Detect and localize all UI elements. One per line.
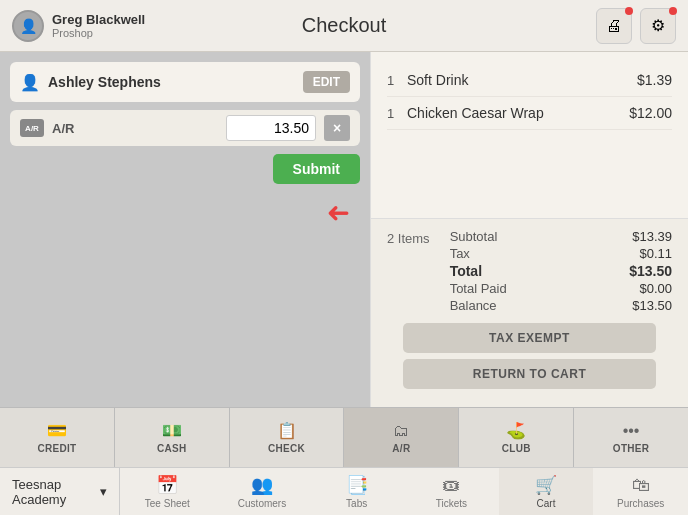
customer-name: Ashley Stephens (48, 74, 161, 90)
action-buttons: TAX EXEMPT RETURN TO CART (387, 315, 672, 397)
left-panel: 👤 Ashley Stephens EDIT A/R A/R × Submit … (0, 52, 370, 407)
items-count: 2 Items (387, 229, 430, 247)
page-title: Checkout (302, 14, 387, 37)
summary-section: 2 Items Subtotal $13.39 Tax $0.11 Total … (371, 218, 688, 407)
store-name: Teesnap Academy (12, 477, 96, 507)
tax-exempt-button[interactable]: TAX EXEMPT (403, 323, 656, 353)
tickets-icon: 🎟 (442, 475, 460, 496)
store-name-button[interactable]: Teesnap Academy ▾ (0, 468, 120, 515)
ar-pay-label: A/R (392, 443, 410, 454)
item-name: Soft Drink (407, 72, 637, 88)
paid-row: Total Paid $0.00 (450, 281, 672, 296)
item-price: $1.39 (637, 72, 672, 88)
bottom-nav: Teesnap Academy ▾ 📅 Tee Sheet 👥 Customer… (0, 467, 688, 515)
cash-payment-button[interactable]: 💵 CASH (115, 408, 230, 467)
other-payment-button[interactable]: ••• OTHER (574, 408, 688, 467)
summary-details: Subtotal $13.39 Tax $0.11 Total $13.50 T… (450, 229, 672, 315)
cart-label: Cart (537, 498, 556, 509)
customers-icon: 👥 (251, 474, 273, 496)
return-to-cart-button[interactable]: RETURN TO CART (403, 359, 656, 389)
club-icon: ⛳ (506, 421, 526, 440)
item-name-2: Chicken Caesar Wrap (407, 105, 629, 121)
tee-sheet-label: Tee Sheet (145, 498, 190, 509)
sidebar-item-tickets[interactable]: 🎟 Tickets (404, 468, 499, 515)
customers-label: Customers (238, 498, 286, 509)
total-row: Total $13.50 (450, 263, 672, 279)
tax-row: Tax $0.11 (450, 246, 672, 261)
item-qty: 1 (387, 73, 407, 88)
check-icon: 📋 (277, 421, 297, 440)
notification-dot-2 (669, 7, 677, 15)
sidebar-item-tabs[interactable]: 📑 Tabs (309, 468, 404, 515)
header: 👤 Greg Blackwell Proshop Checkout 🖨 ⚙ (0, 0, 688, 52)
settings-icon: ⚙ (651, 16, 665, 35)
username: Greg Blackwell (52, 12, 145, 27)
check-payment-button[interactable]: 📋 CHECK (230, 408, 345, 467)
tee-sheet-icon: 📅 (156, 474, 178, 496)
user-subtitle: Proshop (52, 27, 145, 39)
customer-icon: 👤 (20, 73, 40, 92)
ar-icon: A/R (20, 119, 44, 137)
subtotal-row: Subtotal $13.39 (450, 229, 672, 244)
customer-info: 👤 Ashley Stephens (20, 73, 161, 92)
sidebar-item-tee-sheet[interactable]: 📅 Tee Sheet (120, 468, 215, 515)
sidebar-item-customers[interactable]: 👥 Customers (215, 468, 310, 515)
ar-pay-icon: 🗂 (393, 422, 409, 440)
ar-input[interactable] (226, 115, 316, 141)
credit-payment-button[interactable]: 💳 CREDIT (0, 408, 115, 467)
header-left: 👤 Greg Blackwell Proshop (12, 10, 145, 42)
ar-row: A/R A/R × (10, 110, 360, 146)
cash-label: CASH (157, 443, 187, 454)
cart-items: 1 Soft Drink $1.39 1 Chicken Caesar Wrap… (371, 52, 688, 218)
sidebar-item-purchases[interactable]: 🛍 Purchases (593, 468, 688, 515)
header-actions: 🖨 ⚙ (596, 8, 676, 44)
chevron-down-icon: ▾ (100, 484, 107, 499)
club-payment-button[interactable]: ⛳ CLUB (459, 408, 574, 467)
cart-icon: 🛒 (535, 474, 557, 496)
balance-row: Balance $13.50 (450, 298, 672, 313)
ar-label: A/R (52, 121, 74, 136)
credit-label: CREDIT (37, 443, 76, 454)
tickets-label: Tickets (436, 498, 467, 509)
print-button[interactable]: 🖨 (596, 8, 632, 44)
arrow-icon: ➜ (327, 196, 350, 229)
main-content: 👤 Ashley Stephens EDIT A/R A/R × Submit … (0, 52, 688, 407)
user-info: Greg Blackwell Proshop (52, 12, 145, 39)
club-label: CLUB (502, 443, 531, 454)
print-icon: 🖨 (606, 17, 622, 35)
purchases-label: Purchases (617, 498, 664, 509)
table-row: 1 Chicken Caesar Wrap $12.00 (387, 97, 672, 130)
notification-dot (625, 7, 633, 15)
tabs-icon: 📑 (346, 474, 368, 496)
edit-customer-button[interactable]: EDIT (303, 71, 350, 93)
submit-row: Submit (10, 154, 360, 184)
submit-button[interactable]: Submit (273, 154, 360, 184)
nav-items: 📅 Tee Sheet 👥 Customers 📑 Tabs 🎟 Tickets… (120, 468, 688, 515)
right-panel: 1 Soft Drink $1.39 1 Chicken Caesar Wrap… (370, 52, 688, 407)
arrow-indicator: ➜ (10, 196, 360, 229)
sidebar-item-cart[interactable]: 🛒 Cart (499, 468, 594, 515)
item-price-2: $12.00 (629, 105, 672, 121)
payment-methods-row: 💳 CREDIT 💵 CASH 📋 CHECK 🗂 A/R ⛳ CLUB •••… (0, 407, 688, 467)
ar-payment-button[interactable]: 🗂 A/R (344, 408, 459, 467)
other-label: OTHER (613, 443, 650, 454)
customer-row: 👤 Ashley Stephens EDIT (10, 62, 360, 102)
purchases-icon: 🛍 (632, 475, 650, 496)
settings-button[interactable]: ⚙ (640, 8, 676, 44)
tabs-label: Tabs (346, 498, 367, 509)
avatar: 👤 (12, 10, 44, 42)
credit-icon: 💳 (47, 421, 67, 440)
check-label: CHECK (268, 443, 305, 454)
other-icon: ••• (623, 422, 640, 440)
item-qty-2: 1 (387, 106, 407, 121)
table-row: 1 Soft Drink $1.39 (387, 64, 672, 97)
ar-clear-button[interactable]: × (324, 115, 350, 141)
cash-icon: 💵 (162, 421, 182, 440)
